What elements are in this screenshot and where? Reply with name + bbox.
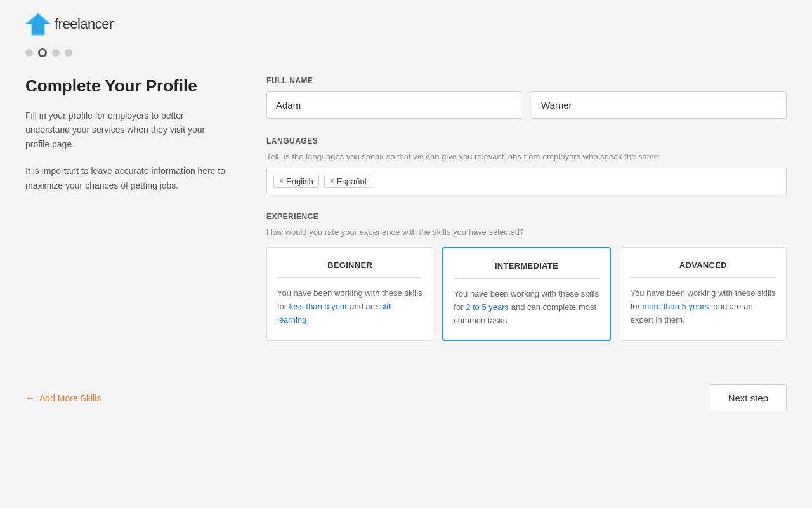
progress-dot-1 (25, 49, 33, 57)
full-name-label: FULL NAME (266, 76, 787, 85)
experience-cards: BEGINNER You have been working with thes… (266, 247, 787, 341)
experience-section: EXPERIENCE How would you rate your exper… (266, 212, 787, 341)
main-content: Complete Your Profile Fill in your profi… (25, 76, 787, 359)
arrow-left-icon: ← (25, 392, 36, 404)
intermediate-description: You have been working with these skills … (454, 288, 599, 327)
first-name-input[interactable] (266, 91, 521, 119)
progress-indicator (25, 48, 787, 57)
language-tag-espanol[interactable]: × Español (324, 175, 372, 188)
advanced-divider (631, 277, 776, 278)
languages-section: LANGUAGES Tell us the languages you spea… (266, 137, 787, 194)
experience-card-beginner[interactable]: BEGINNER You have been working with thes… (266, 247, 433, 341)
languages-hint: Tell us the languages you speak so that … (266, 152, 787, 161)
beginner-description: You have been working with these skills … (277, 287, 422, 326)
header: freelancer (25, 13, 787, 36)
name-row (266, 91, 787, 119)
remove-english-icon[interactable]: × (279, 177, 284, 185)
progress-dot-2 (38, 48, 47, 57)
remove-espanol-icon[interactable]: × (330, 177, 334, 185)
logo-icon (25, 13, 51, 36)
progress-dot-3 (52, 49, 60, 57)
logo-text: freelancer (55, 16, 114, 32)
add-skills-link[interactable]: ← Add More Skills (25, 392, 101, 404)
right-panel: FULL NAME LANGUAGES Tell us the language… (266, 76, 787, 359)
progress-dot-4 (65, 49, 72, 57)
intermediate-title: INTERMEDIATE (454, 261, 599, 271)
advanced-description: You have been working with these skills … (631, 287, 776, 326)
experience-card-intermediate[interactable]: INTERMEDIATE You have been working with … (442, 247, 610, 341)
intermediate-divider (454, 278, 599, 279)
add-skills-label: Add More Skills (39, 393, 101, 403)
beginner-divider (277, 277, 422, 278)
languages-input-box[interactable]: × English × Español (266, 168, 787, 194)
left-panel: Complete Your Profile Fill in your profi… (25, 76, 228, 359)
page-title: Complete Your Profile (25, 76, 228, 96)
logo[interactable]: freelancer (25, 13, 114, 36)
description-1: Fill in your profile for employers to be… (25, 109, 228, 151)
experience-hint: How would you rate your experience with … (266, 227, 787, 237)
experience-card-advanced[interactable]: ADVANCED You have been working with thes… (620, 247, 787, 341)
language-tag-espanol-label: Español (337, 177, 367, 186)
last-name-input[interactable] (532, 91, 787, 119)
experience-label: EXPERIENCE (266, 212, 787, 221)
next-step-button[interactable]: Next step (710, 384, 787, 411)
language-tag-english-label: English (286, 177, 313, 186)
description-2: It is important to leave accurate inform… (25, 164, 228, 192)
beginner-title: BEGINNER (277, 260, 422, 270)
svg-marker-1 (27, 15, 49, 34)
footer: ← Add More Skills Next step (25, 378, 787, 411)
language-tag-english[interactable]: × English (273, 175, 319, 188)
languages-label: LANGUAGES (266, 137, 787, 145)
advanced-title: ADVANCED (631, 260, 776, 270)
